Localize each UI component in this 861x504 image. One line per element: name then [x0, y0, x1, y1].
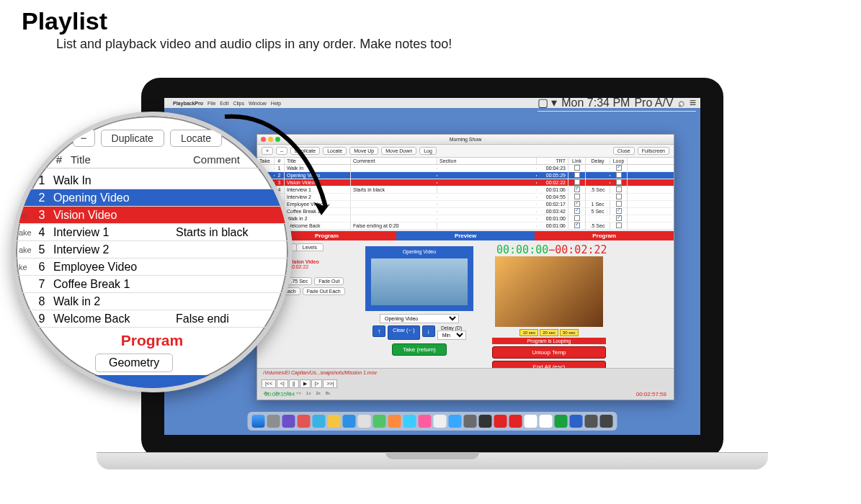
- dock-app-icon[interactable]: [373, 415, 386, 428]
- dock-app-icon[interactable]: [388, 415, 401, 428]
- unloop-button[interactable]: Unloop Temp: [492, 346, 606, 359]
- clear-button[interactable]: Clear (←): [388, 325, 419, 340]
- settings-icon[interactable]: [464, 415, 477, 428]
- loop-checkbox[interactable]: [616, 201, 622, 207]
- finder-icon[interactable]: [252, 415, 265, 428]
- fadeout-each-button[interactable]: Fade Out Each: [303, 287, 345, 295]
- mag-locate-button[interactable]: Locate: [170, 130, 222, 147]
- menu-icon[interactable]: ≡: [690, 98, 696, 109]
- link-checkbox[interactable]: [574, 222, 580, 228]
- col-delay[interactable]: Delay: [586, 158, 610, 164]
- step-fwd-button[interactable]: |>: [311, 379, 323, 388]
- time-remaining: −00:02:22: [548, 243, 607, 256]
- search-icon[interactable]: ⌕: [678, 98, 685, 109]
- loop-checkbox[interactable]: [616, 172, 622, 178]
- menu-file[interactable]: File: [208, 101, 215, 106]
- dock-app-icon[interactable]: [267, 415, 280, 428]
- col-link[interactable]: Link: [568, 158, 586, 164]
- dock-app-icon[interactable]: [282, 415, 295, 428]
- link-checkbox[interactable]: [574, 208, 580, 214]
- speed-0[interactable]: <>: [296, 391, 301, 395]
- fullscreen-button[interactable]: Fullscreen: [638, 147, 669, 155]
- menu-edit[interactable]: Edit: [220, 101, 228, 106]
- speed-2[interactable]: 2x: [316, 391, 320, 395]
- loop-checkbox[interactable]: [616, 215, 622, 221]
- dock-app-icon[interactable]: [328, 415, 341, 428]
- log-button[interactable]: Log: [419, 147, 437, 155]
- moveup-button[interactable]: Move Up: [349, 147, 378, 155]
- app-name[interactable]: PlaybackPro: [173, 101, 203, 106]
- take-button[interactable]: Take (return): [392, 343, 446, 356]
- goto-20s[interactable]: 20 sec: [540, 329, 558, 336]
- dock-app-icon[interactable]: [479, 415, 492, 428]
- col-loop[interactable]: Loop: [610, 158, 628, 164]
- link-checkbox[interactable]: [574, 186, 580, 192]
- link-checkbox[interactable]: [574, 179, 580, 185]
- mag-row[interactable]: ake4Interview 1Starts in black: [16, 224, 288, 241]
- macos-dock[interactable]: [248, 412, 617, 431]
- itunes-icon[interactable]: [419, 415, 432, 428]
- dock-app-icon[interactable]: [555, 415, 568, 428]
- link-checkbox[interactable]: [574, 201, 580, 207]
- play-button[interactable]: ▶: [300, 379, 311, 388]
- wifi-icon[interactable]: ▢ ▾: [537, 98, 557, 109]
- goto-end-button[interactable]: >>|: [323, 379, 337, 388]
- loop-checkbox[interactable]: [616, 179, 622, 185]
- loop-checkbox[interactable]: [616, 186, 622, 192]
- mag-duplicate-button[interactable]: Duplicate: [101, 130, 164, 147]
- dock-app-icon[interactable]: [525, 415, 537, 428]
- prev-clip-button[interactable]: ↑: [372, 325, 385, 337]
- mag-row[interactable]: 7Coffee Break 1: [16, 276, 288, 293]
- dock-app-icon[interactable]: [298, 415, 311, 428]
- dock-app-icon[interactable]: [313, 415, 326, 428]
- fadeout-button[interactable]: Fade Out: [314, 277, 344, 285]
- close-button[interactable]: Close: [613, 147, 635, 155]
- mag-row[interactable]: 8Walk in 2: [16, 293, 288, 310]
- dock-app-icon[interactable]: [585, 415, 598, 428]
- mag-remove-button[interactable]: −: [73, 129, 95, 147]
- link-checkbox[interactable]: [574, 215, 580, 221]
- mag-add-button[interactable]: +: [45, 129, 67, 147]
- dock-app-icon[interactable]: [343, 415, 356, 428]
- tab-levels[interactable]: Levels: [296, 243, 324, 251]
- loop-checkbox[interactable]: [616, 194, 622, 199]
- mag-row[interactable]: ke6Employee Video: [16, 258, 288, 276]
- loop-checkbox[interactable]: [616, 222, 622, 228]
- loop-checkbox[interactable]: [616, 165, 622, 171]
- menu-window[interactable]: Window: [249, 101, 267, 106]
- link-checkbox[interactable]: [574, 194, 580, 199]
- goto-30s[interactable]: 30 sec: [560, 329, 579, 336]
- mag-col-title: Title: [71, 153, 193, 166]
- goto-10s[interactable]: 10 sec: [519, 329, 538, 336]
- movedown-button[interactable]: Move Down: [381, 147, 416, 155]
- appstore-icon[interactable]: [449, 415, 462, 428]
- dock-app-icon[interactable]: [509, 415, 522, 428]
- dock-app-icon[interactable]: [403, 415, 416, 428]
- dock-app-icon[interactable]: [358, 415, 371, 428]
- dock-app-icon[interactable]: [434, 415, 447, 428]
- col-trt[interactable]: TRT: [537, 158, 568, 164]
- mag-geometry-tab[interactable]: Geometry: [95, 354, 173, 372]
- program-tab-r[interactable]: Program: [535, 231, 674, 240]
- mag-row[interactable]: ake5Interview 2: [16, 241, 288, 258]
- user-name[interactable]: Pro A/V: [634, 98, 673, 109]
- delay-select[interactable]: Min: [437, 330, 466, 340]
- delay-label: Delay (D): [441, 325, 463, 330]
- dock-app-icon[interactable]: [494, 415, 507, 428]
- link-checkbox[interactable]: [574, 172, 580, 178]
- speed-1[interactable]: 1x: [306, 391, 311, 395]
- trash-icon[interactable]: [600, 415, 613, 428]
- clip-select[interactable]: Opening Video: [380, 314, 459, 323]
- next-clip-button[interactable]: ↓: [422, 325, 435, 337]
- speed-8[interactable]: 8x: [326, 391, 330, 395]
- preview-tab[interactable]: Preview: [396, 231, 535, 240]
- link-checkbox[interactable]: [574, 165, 580, 171]
- menu-clips[interactable]: Clips: [233, 101, 244, 106]
- menu-help[interactable]: Help: [271, 101, 281, 106]
- dock-app-icon[interactable]: [540, 415, 553, 428]
- col-comment[interactable]: Comment: [351, 158, 437, 164]
- loop-checkbox[interactable]: [616, 208, 622, 214]
- col-section[interactable]: Section: [437, 158, 537, 164]
- dock-app-icon[interactable]: [570, 415, 583, 428]
- mag-row[interactable]: 9Welcome BackFalse endi: [16, 310, 288, 328]
